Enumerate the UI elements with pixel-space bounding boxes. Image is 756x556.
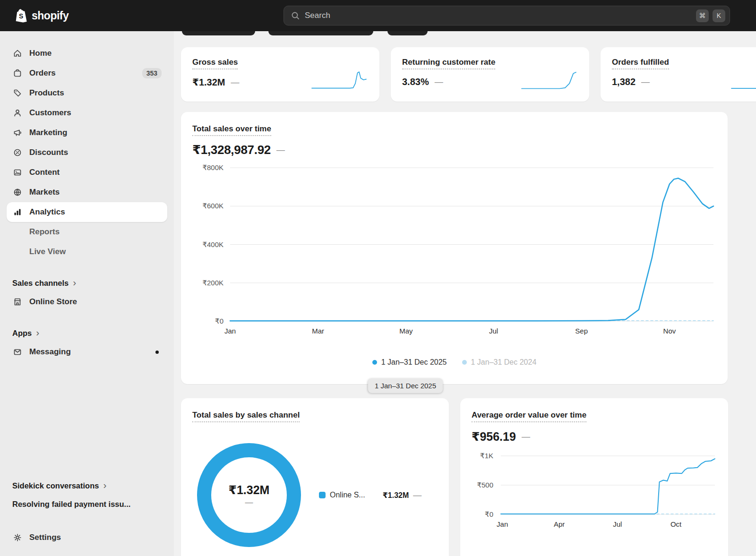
- x-axis-labels: JanMarMayJulSepNov: [230, 321, 713, 338]
- section-label: Apps: [12, 329, 32, 338]
- sidebar-item-products[interactable]: Products: [7, 83, 167, 103]
- metric-title: Orders fulfilled: [612, 58, 669, 69]
- legend-dot-2025: [372, 360, 377, 365]
- sidebar-item-label: Messaging: [29, 347, 71, 357]
- messaging-envelope-icon: [12, 347, 23, 357]
- y-axis-labels: ₹800K₹600K₹400K₹200K₹0: [192, 168, 230, 321]
- sidekick-conversation-item[interactable]: Resolving failed payment issu...: [7, 495, 167, 513]
- products-tag-icon: [12, 88, 23, 98]
- sidebar-item-label: Customers: [29, 108, 71, 118]
- sidebar-item-label: Live View: [29, 247, 66, 257]
- main-content: Gross sales ₹1.32M — Returning customer …: [174, 31, 756, 556]
- average-order-value-card: Average order value over time ₹956.19 — …: [460, 398, 728, 556]
- channel-legend-label: Online S...: [330, 491, 365, 499]
- total-sales-value: ₹1,328,987.92: [192, 143, 271, 157]
- donut-center-value: ₹1.32M: [229, 483, 270, 497]
- sidebar-item-label: Settings: [29, 533, 61, 542]
- sidebar-item-marketing[interactable]: Marketing: [7, 123, 167, 143]
- sidebar-item-orders[interactable]: Orders 353: [7, 63, 167, 83]
- metric-title: Gross sales: [192, 58, 238, 69]
- total-sales-over-time-card: Total sales over time ₹1,328,987.92 — ₹8…: [181, 112, 728, 384]
- metric-value: 3.83%: [402, 77, 429, 87]
- sidebar-item-content[interactable]: Content: [7, 163, 167, 182]
- returning-customer-rate-card[interactable]: Returning customer rate 3.83% —: [391, 47, 589, 102]
- sidebar-item-messaging[interactable]: Messaging: [7, 342, 167, 362]
- channel-legend-delta: —: [413, 490, 421, 500]
- orders-icon: [12, 68, 23, 78]
- customers-icon: [12, 108, 23, 118]
- sidebar-item-reports[interactable]: Reports: [7, 222, 167, 242]
- sidebar-item-discounts[interactable]: Discounts: [7, 143, 167, 163]
- sidebar-item-markets[interactable]: Markets: [7, 182, 167, 202]
- channel-legend[interactable]: Online S... ₹1.32M —: [319, 490, 421, 500]
- brand-name: shopify: [32, 9, 69, 22]
- chevron-right-icon: ›: [36, 327, 39, 337]
- content-image-icon: [12, 167, 23, 178]
- shopify-bag-icon: S: [14, 9, 27, 23]
- gross-sales-card[interactable]: Gross sales ₹1.32M —: [181, 47, 379, 102]
- k-key-badge: K: [713, 9, 725, 22]
- sidebar-item-label: Marketing: [29, 128, 67, 137]
- aov-value: ₹956.19: [472, 430, 516, 444]
- x-axis-labels: JanAprJulOct: [501, 514, 715, 531]
- aov-chart: ₹1K₹500₹0 JanAprJulOct: [472, 456, 717, 514]
- sidebar-item-label: Home: [29, 49, 52, 58]
- clipped-toolbar-button[interactable]: [182, 31, 255, 35]
- sidebar-item-label: Orders: [29, 68, 56, 78]
- home-icon: [12, 48, 23, 59]
- channel-legend-value: ₹1.32M: [383, 491, 409, 500]
- search-input[interactable]: Search ⌘ K: [284, 6, 730, 26]
- apps-header[interactable]: Apps ›: [7, 324, 167, 342]
- analytics-bars-icon: [12, 207, 23, 217]
- sidekick-conversations-header[interactable]: Sidekick conversations ›: [7, 477, 167, 495]
- svg-text:S: S: [19, 12, 23, 20]
- clipped-toolbar-button[interactable]: [387, 31, 428, 35]
- channel-donut-chart[interactable]: ₹1.32M —: [197, 443, 301, 547]
- date-range-tooltip: 1 Jan–31 Dec 2025: [368, 378, 443, 393]
- total-sales-delta: —: [276, 145, 285, 155]
- markets-globe-icon: [12, 187, 23, 197]
- legend-item-2025[interactable]: 1 Jan–31 Dec 2025: [372, 358, 447, 367]
- online-store-legend-swatch: [319, 492, 326, 498]
- aov-plot-area[interactable]: JanAprJulOct: [501, 456, 715, 514]
- metric-value: ₹1.32M: [192, 77, 225, 88]
- chevron-right-icon: ›: [103, 480, 106, 490]
- y-axis-labels: ₹1K₹500₹0: [472, 456, 501, 514]
- sidebar-item-live-view[interactable]: Live View: [7, 242, 167, 262]
- cmd-key-badge: ⌘: [696, 9, 709, 22]
- sidebar-item-label: Online Store: [29, 297, 77, 307]
- notification-dot: [155, 351, 159, 354]
- orders-fulfilled-sparkline: [731, 70, 756, 90]
- total-sales-plot-area[interactable]: JanMarMayJulSepNov: [230, 168, 713, 321]
- metric-delta: —: [435, 77, 443, 87]
- aov-delta: —: [522, 432, 530, 442]
- sidebar-spacer: [7, 362, 167, 477]
- chart-title: Total sales by sales channel: [192, 411, 300, 422]
- sidebar-item-analytics[interactable]: Analytics: [7, 202, 167, 222]
- sidebar-item-label: Reports: [29, 227, 60, 237]
- chart-legend: 1 Jan–31 Dec 2025 1 Jan–31 Dec 2024: [192, 358, 716, 367]
- legend-label: 1 Jan–31 Dec 2025: [381, 358, 447, 367]
- clipped-toolbar-button[interactable]: [268, 31, 373, 35]
- chart-title: Total sales over time: [192, 124, 271, 136]
- sidebar-item-settings[interactable]: Settings: [7, 528, 167, 547]
- sales-channels-header[interactable]: Sales channels ›: [7, 274, 167, 292]
- sidebar-item-home[interactable]: Home: [7, 43, 167, 63]
- sidebar-item-label: Products: [29, 88, 64, 98]
- settings-gear-icon: [12, 532, 23, 543]
- section-label: Sales channels: [12, 279, 69, 288]
- sidebar-item-label: Analytics: [29, 207, 65, 217]
- search-placeholder: Search: [305, 11, 691, 20]
- legend-item-2024[interactable]: 1 Jan–31 Dec 2024: [462, 358, 537, 367]
- orders-fulfilled-card[interactable]: Orders fulfilled 1,382 —: [601, 47, 756, 102]
- sidebar-item-customers[interactable]: Customers: [7, 103, 167, 123]
- search-icon: [291, 11, 300, 20]
- gross-sales-sparkline: [312, 70, 366, 90]
- keyboard-shortcut: ⌘ K: [696, 9, 725, 22]
- sidebar-item-online-store[interactable]: Online Store: [7, 292, 167, 312]
- sidebar-item-label: Content: [29, 168, 60, 177]
- metric-title: Returning customer rate: [402, 58, 495, 69]
- shopify-logo[interactable]: S shopify: [14, 9, 69, 23]
- bottom-card-row: Total sales by sales channel ₹1.32M — On…: [181, 398, 756, 556]
- chart-title: Average order value over time: [472, 411, 586, 422]
